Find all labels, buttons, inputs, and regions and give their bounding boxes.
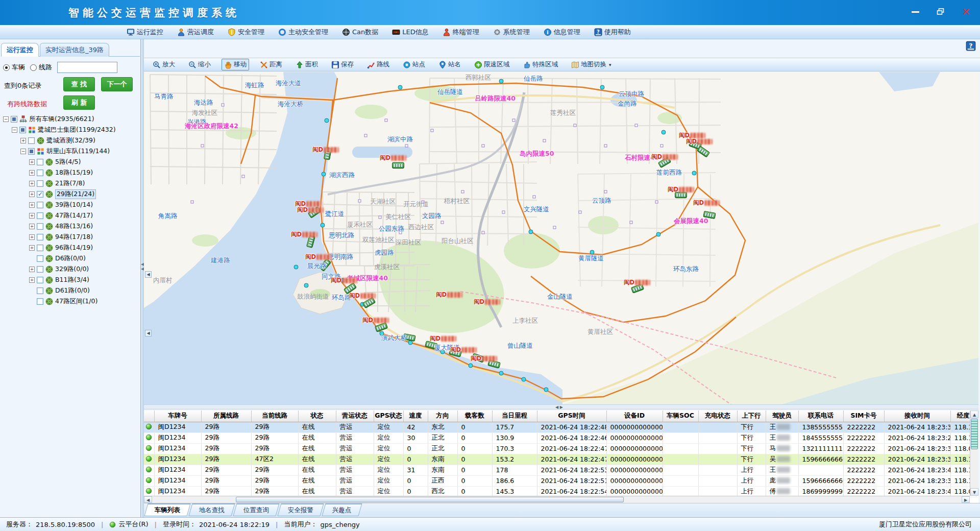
map-tool-zoomin[interactable]: 放大 — [150, 59, 178, 70]
tree-item[interactable]: −所有车辆(2935/6621) — [2, 114, 139, 125]
tree-expand-toggle[interactable] — [29, 299, 35, 304]
tree-checkbox[interactable] — [11, 116, 17, 123]
tree-expand-toggle[interactable]: − — [12, 127, 17, 133]
table-row[interactable]: 闽D123429路29路在线营运定位42东北0175.72021-06-24 1… — [144, 422, 976, 432]
tree-checkbox[interactable] — [37, 255, 43, 262]
map-pan-left-button[interactable]: ◀ — [145, 271, 152, 278]
menu-item-monitor[interactable]: 运行监控 — [127, 28, 163, 37]
map-tool-distance[interactable]: 距离 — [257, 59, 285, 70]
station-dot[interactable] — [380, 331, 384, 335]
tree-item[interactable]: D61路(0/0) — [2, 285, 139, 296]
tree-item[interactable]: +鹭城酒测(32/39) — [2, 135, 139, 146]
line-radio[interactable]: 线路 — [30, 63, 52, 72]
station-dot[interactable] — [499, 79, 503, 83]
chevron-down-icon[interactable]: ▾ — [609, 62, 611, 67]
map-pan-left-button-2[interactable]: ◀ — [145, 330, 152, 336]
tree-item[interactable]: +21路(7/8) — [2, 178, 139, 189]
vehicle-radio[interactable]: 车辆 — [3, 63, 25, 72]
scroll-left-arrow[interactable]: ◀ — [144, 496, 152, 503]
close-button[interactable]: ✕ — [960, 6, 973, 17]
table-row[interactable]: 闽D123429路29路在线营运定位30正北0130.92021-06-24 1… — [144, 432, 976, 443]
tree-checkbox[interactable] — [37, 277, 43, 283]
bottom-tab-1[interactable]: 地名查找 — [188, 503, 235, 516]
column-header[interactable]: 速度 — [403, 411, 428, 422]
tree-expand-toggle[interactable]: + — [29, 245, 35, 251]
station-dot[interactable] — [304, 283, 308, 287]
tree-checkbox[interactable] — [37, 287, 43, 294]
table-row[interactable]: 闽D123429路47区2在线营运定位0东南0153.22021-06-24 1… — [144, 454, 976, 465]
tree-expand-toggle[interactable] — [29, 256, 35, 261]
tree-item[interactable]: +29路(21/24) — [2, 189, 139, 200]
bottom-tab-3[interactable]: 安全报警 — [277, 503, 324, 516]
station-dot[interactable] — [529, 230, 533, 234]
tree-expand-toggle[interactable]: + — [29, 213, 35, 219]
table-row[interactable]: 闽D123429路29路在线营运定位0西北0145.32021-06-24 18… — [144, 486, 976, 497]
tree-checkbox[interactable] — [37, 223, 43, 230]
tree-expand-toggle[interactable]: + — [29, 267, 35, 272]
map-hscroll-arrows[interactable]: ◀ ▶ — [555, 405, 563, 409]
map-canvas[interactable]: 马青路海达路兴港路海虹路海沧大道海沧大桥湖滨中路湖滨西路角嵩路建港路鹭江道思明北… — [144, 72, 978, 404]
tree-item[interactable]: +5路(4/5) — [2, 157, 139, 167]
tree-checkbox[interactable] — [37, 245, 43, 251]
tree-item[interactable]: +47路(14/17) — [2, 210, 139, 221]
tree-expand-toggle[interactable]: + — [29, 277, 35, 283]
bottom-tab-0[interactable]: 车辆列表 — [144, 503, 190, 516]
column-header[interactable]: 车牌号 — [154, 411, 201, 422]
tree-expand-toggle[interactable]: − — [3, 116, 9, 122]
tree-checkbox[interactable] — [37, 298, 43, 305]
map-tool-zoomout[interactable]: 缩小 — [186, 59, 213, 70]
column-header[interactable]: 当日里程 — [492, 411, 537, 422]
station-dot[interactable] — [341, 278, 345, 282]
column-header[interactable]: GPS时间 — [537, 411, 606, 422]
scroll-up-arrow[interactable]: ▲ — [970, 411, 978, 418]
restore-button[interactable] — [934, 6, 947, 17]
menu-item-shield[interactable]: 安全管理 — [228, 28, 264, 37]
menu-item-gear[interactable]: 系统管理 — [493, 28, 530, 37]
tree-expand-toggle[interactable] — [29, 288, 35, 294]
tree-expand-toggle[interactable]: + — [29, 202, 35, 208]
table-row[interactable]: 闽D123429路29路在线营运定位0正北0170.32021-06-24 18… — [144, 443, 976, 454]
column-header[interactable]: 方向 — [428, 411, 457, 422]
bus-marker[interactable] — [393, 162, 404, 168]
column-header[interactable]: 接收时间 — [884, 411, 950, 422]
station-dot[interactable] — [600, 85, 604, 89]
tree-item[interactable]: +B11路(3/4) — [2, 275, 139, 285]
tree-item[interactable]: −胡里山车队(119/144) — [2, 146, 139, 157]
tree-expand-toggle[interactable]: + — [29, 181, 35, 186]
station-dot[interactable] — [499, 371, 503, 375]
tree-item[interactable]: +48路(13/16) — [2, 221, 139, 232]
column-header[interactable]: SIM卡号 — [843, 411, 884, 422]
station-dot[interactable] — [522, 377, 526, 381]
tree-expand-toggle[interactable]: + — [20, 138, 26, 143]
station-dot[interactable] — [321, 223, 325, 227]
tree-expand-toggle[interactable]: + — [29, 191, 35, 197]
refresh-button[interactable]: 刷 新 — [63, 95, 95, 110]
map-tool-speedzone[interactable]: 限速区域 — [472, 59, 512, 70]
column-header[interactable]: 上下行 — [737, 411, 766, 422]
column-header[interactable]: 驾驶员 — [766, 411, 798, 422]
station-dot[interactable] — [294, 265, 298, 269]
table-vscrollbar[interactable]: ▲ ▼ — [970, 411, 978, 496]
tree-checkbox[interactable] — [37, 159, 43, 165]
table-hscrollbar[interactable]: ◀ ▶ — [144, 496, 970, 503]
column-header[interactable]: 营运状态 — [336, 411, 374, 422]
station-dot[interactable] — [692, 171, 696, 175]
station-dot[interactable] — [408, 341, 412, 345]
map-tool-special[interactable]: 特殊区域 — [520, 59, 560, 70]
tree-expand-toggle[interactable]: + — [29, 234, 35, 240]
map-tool-save[interactable]: 保存 — [329, 59, 356, 70]
tree-item[interactable]: +18路(15/19) — [2, 167, 139, 178]
column-header[interactable]: 状态 — [298, 411, 336, 422]
map-tool-pin[interactable]: 站名 — [436, 59, 463, 70]
tree-item[interactable]: 47路区间(1/0) — [2, 296, 139, 307]
tree-checkbox[interactable] — [37, 212, 43, 219]
map-tool-hand[interactable]: 移动 — [222, 59, 249, 70]
station-dot[interactable] — [398, 85, 402, 89]
tree-checkbox[interactable] — [37, 191, 43, 198]
tree-item[interactable]: +329路(0/0) — [2, 264, 139, 275]
hscroll-thumb[interactable] — [236, 497, 624, 502]
tree-item[interactable]: +39路(10/14) — [2, 200, 139, 210]
station-dot[interactable] — [656, 232, 660, 236]
scroll-down-arrow[interactable]: ▼ — [970, 488, 978, 496]
menu-item-terminal[interactable]: 终端管理 — [443, 28, 479, 37]
